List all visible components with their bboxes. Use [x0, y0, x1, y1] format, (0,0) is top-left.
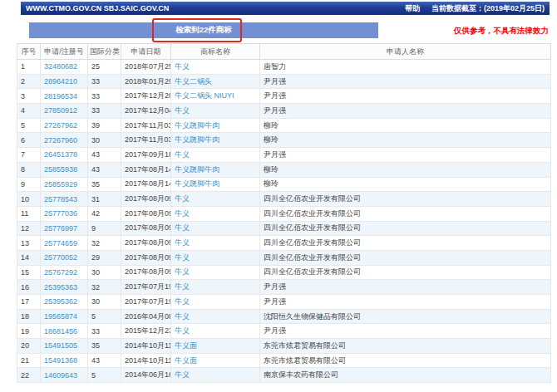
trademark-name-link[interactable]: 牛义 — [175, 223, 190, 232]
intl-class-cell: 33 — [88, 74, 121, 89]
applicant-cell: 四川全亿佰农业开发有限公司 — [260, 236, 551, 251]
table-row: 15 25767292 30 2017年08月09日 牛义 四川全亿佰农业开发有… — [17, 265, 551, 280]
table-row: 16 25395363 32 2017年07月19日 牛义 尹月强 — [17, 280, 551, 295]
registration-number-link[interactable]: 25774659 — [44, 239, 77, 247]
registration-number-link[interactable]: 27267962 — [44, 121, 77, 130]
trademark-name-link[interactable]: 牛义 — [175, 312, 190, 321]
apply-date-cell: 2017年08月14日 — [121, 177, 171, 192]
registration-number-link[interactable]: 25777036 — [44, 209, 77, 218]
registration-number-link[interactable]: 28964210 — [44, 77, 77, 86]
column-header-serial: 序号 — [17, 44, 41, 60]
trademark-name-link[interactable]: 牛义 — [175, 238, 190, 247]
trademark-name-link[interactable]: 牛义 — [175, 150, 190, 159]
apply-date-cell: 2017年08月14日 — [121, 162, 171, 177]
table-row: 22 14609643 5 2014年06月16日 牛义 南京保丰农药有限公司 — [17, 368, 551, 383]
registration-number-link[interactable]: 25767292 — [44, 268, 77, 277]
applicant-cell: 尹月强 — [260, 295, 551, 310]
trademark-name-link[interactable]: 牛义 — [175, 297, 190, 306]
table-row: 21 15491368 43 2014年10月11日 牛义面 东莞市炫君贸易有限… — [17, 353, 551, 368]
apply-date-cell: 2017年08月09日 — [121, 192, 171, 207]
trademark-name-link[interactable]: 牛义 — [175, 62, 190, 71]
trademark-name-link[interactable]: 牛义 — [175, 194, 190, 203]
trademark-name-link[interactable]: 牛义 — [175, 267, 190, 276]
serial-cell: 9 — [17, 177, 41, 192]
registration-number-link[interactable]: 14609643 — [44, 371, 77, 380]
serial-cell: 16 — [17, 280, 41, 295]
applicant-cell: 四川全亿佰农业开发有限公司 — [260, 192, 551, 207]
mark-name-cell: 牛义跷脚牛肉 — [171, 177, 260, 192]
registration-number-link[interactable]: 25855938 — [44, 165, 77, 174]
serial-cell: 2 — [17, 74, 41, 89]
trademark-name-link[interactable]: 牛义面 — [175, 356, 197, 365]
table-row: 5 27267962 39 2017年11月03日 牛义跷脚牛肉 柳玲 — [17, 118, 551, 133]
registration-number-link[interactable]: 19565874 — [44, 312, 77, 321]
trademark-name-link[interactable]: 牛义 — [175, 326, 190, 335]
trademark-name-link[interactable]: 牛义跷脚牛肉 — [175, 165, 219, 174]
trademark-name-link[interactable]: 牛义 — [175, 282, 190, 291]
apply-date-cell: 2017年07月19日 — [121, 280, 171, 295]
serial-cell: 1 — [17, 60, 41, 75]
applicant-cell: 尹月强 — [260, 280, 551, 295]
registration-number-link[interactable]: 15491505 — [44, 341, 77, 350]
trademark-name-link[interactable]: 牛义跷脚牛肉 — [175, 121, 219, 130]
data-cutoff-text: 当前数据截至：(2019年02月25日) — [431, 3, 545, 14]
registration-number-link[interactable]: 32480682 — [44, 62, 77, 71]
mark-name-cell: 牛义面 — [171, 339, 260, 354]
table-row: 3 28196534 33 2017年12月20日 牛义二锅头 NIUYI 尹月… — [17, 89, 551, 104]
registration-number-link[interactable]: 27267960 — [44, 136, 77, 145]
apply-date-cell: 2017年11月03日 — [121, 133, 171, 148]
intl-class-cell: 39 — [88, 118, 121, 133]
intl-class-cell: 35 — [88, 339, 121, 354]
trademark-name-link[interactable]: 牛义跷脚牛肉 — [175, 135, 219, 144]
registration-number-link[interactable]: 25395362 — [44, 297, 77, 306]
trademark-name-link[interactable]: 牛义面 — [175, 341, 197, 350]
registration-number-link[interactable]: 28196534 — [44, 92, 77, 100]
mark-name-cell: 牛义 — [171, 368, 260, 383]
column-header-applicant: 申请人名称 — [260, 44, 551, 60]
trademark-name-link[interactable]: 牛义 — [175, 106, 190, 115]
serial-cell: 8 — [17, 162, 41, 177]
applicant-cell: 四川全亿佰农业开发有限公司 — [260, 250, 551, 265]
column-header-reg-number: 申请/注册号 — [41, 44, 88, 60]
registration-number-link[interactable]: 25395363 — [44, 283, 77, 292]
table-row: 18 19565874 5 2016年04月08日 牛义 沈阳恒久生物保健品有限… — [17, 309, 551, 324]
table-header: 序号 申请/注册号 国际分类 申请日期 商标名称 申请人名称 — [17, 44, 551, 60]
mark-name-cell: 牛义 — [171, 324, 260, 339]
registration-number-link[interactable]: 15491368 — [44, 356, 77, 365]
serial-cell: 11 — [17, 206, 41, 221]
reg-number-cell: 25777036 — [41, 206, 88, 221]
trademark-name-link[interactable]: 牛义跷脚牛肉 — [175, 179, 219, 188]
applicant-cell: 尹月强 — [260, 104, 551, 119]
intl-class-cell: 30 — [88, 265, 121, 280]
applicant-cell: 柳玲 — [260, 133, 551, 148]
column-header-intl-class: 国际分类 — [88, 44, 121, 60]
serial-cell: 4 — [17, 104, 41, 119]
results-table: 序号 申请/注册号 国际分类 申请日期 商标名称 申请人名称 1 3248068… — [17, 43, 551, 383]
applicant-cell: 尹月强 — [260, 324, 551, 339]
registration-number-link[interactable]: 25778543 — [44, 195, 77, 203]
intl-class-cell: 25 — [88, 60, 121, 75]
table-row: 14 25770052 29 2017年08月09日 牛义 四川全亿佰农业开发有… — [17, 250, 551, 265]
trademark-name-link[interactable]: 牛义 — [175, 209, 190, 218]
registration-number-link[interactable]: 25776997 — [44, 224, 77, 233]
help-link[interactable]: 帮助 — [405, 3, 420, 14]
trademark-name-link[interactable]: 牛义 — [175, 253, 190, 262]
reg-number-cell: 25770052 — [41, 250, 88, 265]
registration-number-link[interactable]: 18681456 — [44, 327, 77, 336]
apply-date-cell: 2016年04月08日 — [121, 309, 171, 324]
trademark-search-results-page: WWW.CTMO.GOV.CN SBJ.SAIC.GOV.CN 帮助 当前数据截… — [0, 0, 557, 392]
trademark-name-link[interactable]: 牛义二锅头 — [175, 77, 212, 86]
registration-number-link[interactable]: 25770052 — [44, 253, 77, 262]
result-count-button[interactable]: 检索到22件商标 — [29, 22, 378, 38]
registration-number-link[interactable]: 25855929 — [44, 180, 77, 189]
apply-date-cell: 2017年08月09日 — [121, 250, 171, 265]
mark-name-cell: 牛义二锅头 NIUYI — [171, 89, 260, 104]
intl-class-cell: 29 — [88, 250, 121, 265]
registration-number-link[interactable]: 26451378 — [44, 150, 77, 159]
table-row: 13 25774659 32 2017年08月09日 牛义 四川全亿佰农业开发有… — [17, 236, 551, 251]
trademark-name-link[interactable]: 牛义 — [175, 370, 190, 379]
trademark-name-link[interactable]: 牛义二锅头 NIUYI — [175, 91, 234, 100]
applicant-cell: 南京保丰农药有限公司 — [260, 368, 551, 383]
registration-number-link[interactable]: 27850912 — [44, 106, 77, 115]
serial-cell: 22 — [17, 368, 41, 383]
